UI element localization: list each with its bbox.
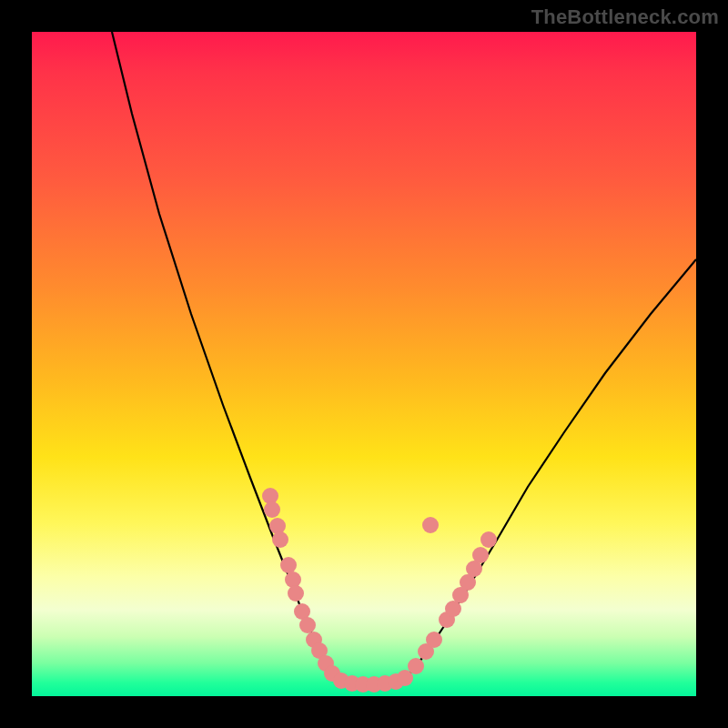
- bottleneck-curve: [112, 32, 696, 684]
- chart-svg: [32, 32, 696, 696]
- data-marker: [280, 557, 297, 573]
- data-marker: [299, 617, 316, 633]
- data-marker: [264, 501, 280, 518]
- watermark-label: TheBottleneck.com: [531, 5, 719, 29]
- markers-group: [262, 488, 497, 693]
- data-marker: [408, 658, 424, 674]
- data-marker: [272, 531, 288, 548]
- chart-frame: TheBottleneck.com: [0, 0, 728, 728]
- curve-group: [112, 32, 696, 684]
- data-marker: [269, 518, 286, 534]
- data-marker: [472, 547, 489, 563]
- data-marker: [480, 531, 497, 548]
- plot-area: [32, 32, 696, 696]
- data-marker: [288, 585, 304, 602]
- data-marker: [426, 632, 442, 648]
- data-marker: [422, 517, 439, 533]
- data-marker: [285, 571, 301, 588]
